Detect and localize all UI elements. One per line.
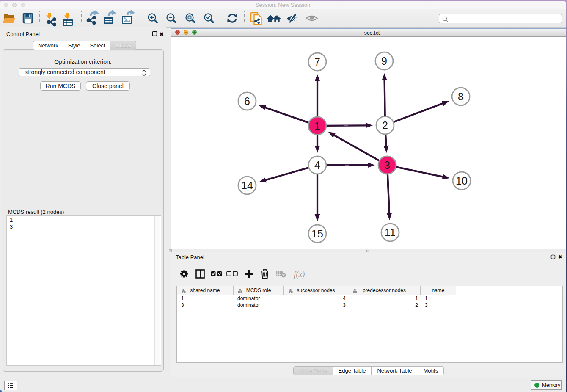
svg-text:3: 3 [384, 159, 390, 171]
svg-text:15: 15 [311, 228, 323, 240]
svg-text:4: 4 [314, 159, 320, 171]
svg-text:14: 14 [241, 179, 253, 191]
svg-text:8: 8 [458, 91, 464, 102]
svg-text:11: 11 [385, 226, 396, 238]
svg-text:9: 9 [381, 55, 387, 67]
svg-text:7: 7 [314, 56, 320, 68]
svg-text:6: 6 [244, 95, 250, 107]
svg-text:2: 2 [382, 119, 388, 131]
svg-text:f(x): f(x) [294, 270, 305, 279]
svg-text:1: 1 [314, 120, 320, 132]
svg-text:10: 10 [456, 175, 468, 187]
